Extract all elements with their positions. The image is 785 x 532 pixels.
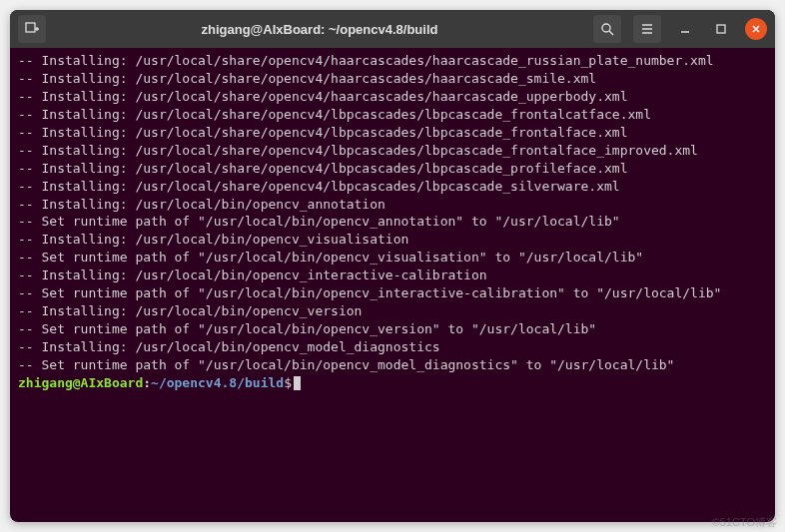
output-line: -- Installing: /usr/local/share/opencv4/… — [18, 178, 767, 196]
output-line: -- Set runtime path of "/usr/local/bin/o… — [18, 284, 767, 302]
titlebar-right — [593, 15, 767, 43]
close-button[interactable] — [745, 18, 767, 40]
prompt-colon: : — [143, 375, 151, 390]
menu-button[interactable] — [633, 15, 661, 43]
maximize-icon — [715, 23, 727, 35]
maximize-button[interactable] — [709, 17, 733, 41]
output-line: -- Set runtime path of "/usr/local/bin/o… — [18, 213, 767, 231]
output-line: -- Installing: /usr/local/share/opencv4/… — [18, 106, 767, 124]
output-line: -- Set runtime path of "/usr/local/bin/o… — [18, 320, 767, 338]
output-lines: -- Installing: /usr/local/share/opencv4/… — [18, 52, 767, 374]
prompt-path: ~/opencv4.8/build — [151, 375, 284, 390]
titlebar-left — [18, 15, 46, 43]
output-line: -- Installing: /usr/local/bin/opencv_int… — [18, 266, 767, 284]
minimize-icon — [679, 23, 691, 35]
svg-rect-9 — [717, 25, 725, 33]
minimize-button[interactable] — [673, 17, 697, 41]
window-title: zhigang@AIxBoard: ~/opencv4.8/build — [54, 22, 585, 37]
svg-rect-0 — [26, 23, 35, 32]
svg-point-3 — [602, 24, 610, 32]
hamburger-icon — [640, 22, 654, 36]
new-tab-button[interactable] — [18, 15, 46, 43]
watermark: ©51CTO博客 — [712, 515, 777, 530]
terminal-window: zhigang@AIxBoard: ~/opencv4.8/build -- I… — [10, 10, 775, 522]
output-line: -- Installing: /usr/local/bin/opencv_ann… — [18, 196, 767, 214]
search-button[interactable] — [593, 15, 621, 43]
prompt: zhigang@AIxBoard:~/opencv4.8/build$ — [18, 375, 292, 390]
cursor — [294, 376, 301, 390]
output-line: -- Installing: /usr/local/bin/opencv_vis… — [18, 231, 767, 249]
search-icon — [600, 22, 614, 36]
prompt-user-host: zhigang@AIxBoard — [18, 375, 143, 390]
close-icon — [751, 24, 761, 34]
output-line: -- Installing: /usr/local/share/opencv4/… — [18, 142, 767, 160]
output-line: -- Installing: /usr/local/share/opencv4/… — [18, 160, 767, 178]
output-line: -- Installing: /usr/local/bin/opencv_mod… — [18, 338, 767, 356]
output-line: -- Installing: /usr/local/share/opencv4/… — [18, 124, 767, 142]
output-line: -- Installing: /usr/local/share/opencv4/… — [18, 52, 767, 70]
prompt-symbol: $ — [284, 375, 292, 390]
output-line: -- Installing: /usr/local/bin/opencv_ver… — [18, 302, 767, 320]
titlebar: zhigang@AIxBoard: ~/opencv4.8/build — [10, 10, 775, 48]
output-line: -- Set runtime path of "/usr/local/bin/o… — [18, 356, 767, 374]
output-line: -- Set runtime path of "/usr/local/bin/o… — [18, 249, 767, 266]
new-tab-icon — [25, 22, 39, 36]
terminal-output[interactable]: -- Installing: /usr/local/share/opencv4/… — [10, 48, 775, 522]
output-line: -- Installing: /usr/local/share/opencv4/… — [18, 70, 767, 88]
svg-line-4 — [609, 31, 613, 35]
output-line: -- Installing: /usr/local/share/opencv4/… — [18, 88, 767, 106]
